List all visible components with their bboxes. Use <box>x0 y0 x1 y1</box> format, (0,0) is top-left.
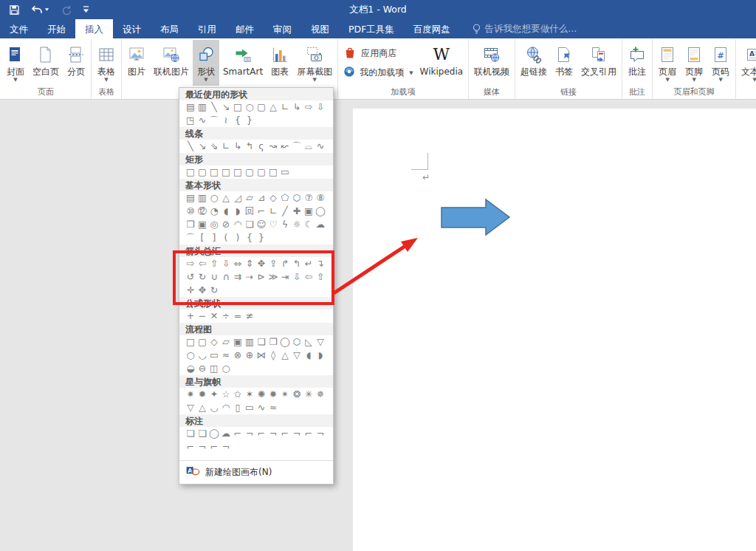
shape-swatch[interactable]: ✩ <box>232 389 244 400</box>
shape-swatch[interactable]: ∟ <box>220 140 232 152</box>
shape-swatch[interactable]: ♡ <box>267 219 279 230</box>
shape-swatch[interactable]: □ <box>232 101 244 113</box>
shape-swatch[interactable]: ❂ <box>291 389 303 400</box>
shape-swatch[interactable]: ↰ <box>244 140 255 152</box>
shape-swatch[interactable]: ▥ <box>244 336 255 348</box>
shape-swatch[interactable]: ◇ <box>208 336 220 348</box>
shape-swatch[interactable]: ≈ <box>267 402 279 414</box>
tab-视图[interactable]: 视图 <box>301 19 339 38</box>
shape-swatch[interactable]: ☺ <box>255 219 267 230</box>
shape-swatch[interactable]: ❏ <box>185 428 196 439</box>
shape-swatch[interactable]: ✵ <box>315 389 326 400</box>
shape-swatch[interactable]: ⇩ <box>291 271 303 283</box>
tab-插入[interactable]: 插入 <box>75 19 113 38</box>
shape-swatch[interactable]: ◡ <box>208 402 220 414</box>
shape-swatch[interactable]: ∿ <box>315 140 326 152</box>
shape-swatch[interactable]: ✴ <box>279 389 291 400</box>
tab-PDF工具集[interactable]: PDF工具集 <box>339 19 404 38</box>
ribbon-button-批注[interactable]: 批注 <box>624 40 650 86</box>
shape-swatch[interactable]: ✥ <box>255 258 267 270</box>
shape-swatch[interactable]: ⇨ <box>303 101 315 113</box>
shape-swatch[interactable]: ⇧ <box>315 271 326 283</box>
shape-swatch[interactable]: ✹ <box>196 389 208 400</box>
tab-审阅[interactable]: 审阅 <box>264 19 301 38</box>
ribbon-button-空白页[interactable]: 空白页 <box>29 40 63 86</box>
ribbon-button-超链接[interactable]: 超链接 <box>517 40 551 86</box>
shape-swatch[interactable]: ▢ <box>196 166 208 178</box>
shape-swatch[interactable]: ⌐ <box>208 441 220 453</box>
shape-swatch[interactable]: ⇪ <box>267 258 279 270</box>
ribbon-button-交叉引用[interactable]: 交叉引用 <box>577 40 620 86</box>
shape-swatch[interactable]: ≀ <box>220 114 232 126</box>
shape-swatch[interactable]: △ <box>196 402 208 414</box>
shape-swatch[interactable]: ⌒ <box>291 140 303 152</box>
shape-swatch[interactable]: ▭ <box>244 402 255 414</box>
ribbon-button-联机视频[interactable]: 联机视频 <box>470 40 513 86</box>
shape-swatch[interactable]: ⌐ <box>232 428 244 439</box>
shape-swatch[interactable]: = <box>232 310 244 322</box>
shape-swatch[interactable]: ↘ <box>220 101 232 113</box>
shape-swatch[interactable]: ↳ <box>232 140 244 152</box>
tab-布局[interactable]: 布局 <box>151 19 188 38</box>
shape-swatch[interactable]: ⊗ <box>232 349 244 361</box>
ribbon-button-屏幕截图[interactable]: 屏幕截图▼ <box>293 40 336 86</box>
shape-swatch[interactable]: ⑫ <box>196 205 208 217</box>
shape-swatch[interactable]: ¬ <box>291 428 303 439</box>
shape-swatch[interactable]: 回 <box>244 205 255 217</box>
shape-swatch[interactable]: △ <box>267 101 279 113</box>
shape-swatch[interactable]: ▭ <box>279 166 291 178</box>
shape-swatch[interactable]: ❐ <box>185 219 196 230</box>
redo-icon[interactable] <box>61 4 72 16</box>
shape-swatch[interactable]: ◊ <box>267 349 279 361</box>
shape-swatch[interactable]: } <box>255 232 267 244</box>
shape-swatch[interactable]: ⌐ <box>279 428 291 439</box>
shape-swatch[interactable]: ϟ <box>279 219 291 230</box>
shape-swatch[interactable]: ⌐ <box>255 428 267 439</box>
shape-swatch[interactable]: ⇥ <box>279 271 291 283</box>
shape-swatch[interactable]: ◇ <box>267 192 279 204</box>
shape-swatch[interactable]: ( <box>220 232 232 244</box>
shape-swatch[interactable]: ✕ <box>208 310 220 322</box>
shape-swatch[interactable]: { <box>244 232 255 244</box>
shape-swatch[interactable]: ◳ <box>185 114 196 126</box>
shape-swatch[interactable]: ✦ <box>208 389 220 400</box>
shape-swatch[interactable]: { <box>232 114 244 126</box>
shape-swatch[interactable]: ▣ <box>303 205 315 217</box>
ribbon-button-联机图片[interactable]: 联机图片 <box>150 40 193 86</box>
shape-swatch[interactable]: ⑧ <box>315 192 326 204</box>
shape-swatch[interactable]: ↵ <box>303 258 315 270</box>
shape-swatch[interactable]: ⬡ <box>291 192 303 204</box>
ribbon-button-形状[interactable]: 形状▼ <box>193 40 219 86</box>
ribbon-button-页脚[interactable]: 页脚▼ <box>681 40 707 86</box>
shape-swatch[interactable]: ⊳ <box>255 271 267 283</box>
shape-swatch[interactable]: ⊘ <box>220 219 232 230</box>
shape-swatch[interactable]: ◺ <box>303 336 315 348</box>
shape-swatch[interactable]: ¬ <box>315 428 326 439</box>
shape-swatch[interactable]: ⇕ <box>244 258 255 270</box>
shape-swatch[interactable]: ◗ <box>315 349 326 361</box>
shape-swatch[interactable]: ✷ <box>185 389 196 400</box>
ribbon-button-页眉[interactable]: 页眉▼ <box>654 40 681 86</box>
shape-swatch[interactable]: ∩ <box>220 271 232 283</box>
ribbon-button-我的加载项[interactable]: 我的加载项▼ <box>343 65 413 81</box>
shape-swatch[interactable]: ⊕ <box>244 349 255 361</box>
shape-swatch[interactable]: ¬ <box>244 428 255 439</box>
shape-swatch[interactable]: ▥ <box>196 192 208 204</box>
shape-swatch[interactable]: ◠ <box>232 219 244 230</box>
shape-swatch[interactable]: ☆ <box>220 389 232 400</box>
shape-swatch[interactable]: ⇔ <box>232 258 244 270</box>
shape-swatch[interactable]: ☾ <box>303 219 315 230</box>
shape-swatch[interactable]: ✶ <box>244 389 255 400</box>
ribbon-button-页码[interactable]: #页码▼ <box>707 40 734 86</box>
shape-swatch[interactable]: ⌓ <box>303 140 315 152</box>
shape-swatch[interactable]: ⇦ <box>303 271 315 283</box>
shape-swatch[interactable]: △ <box>279 349 291 361</box>
shape-swatch[interactable]: ◎ <box>208 219 220 230</box>
shape-swatch[interactable]: ▭ <box>208 349 220 361</box>
shape-swatch[interactable]: □ <box>220 166 232 178</box>
shape-swatch[interactable]: ⊿ <box>255 192 267 204</box>
shape-swatch[interactable]: ⌐ <box>255 205 267 217</box>
shape-swatch[interactable]: ⌐ <box>185 441 196 453</box>
shape-swatch[interactable]: △ <box>220 192 232 204</box>
ribbon-button-Wikipedia[interactable]: WWikipedia <box>416 40 467 86</box>
